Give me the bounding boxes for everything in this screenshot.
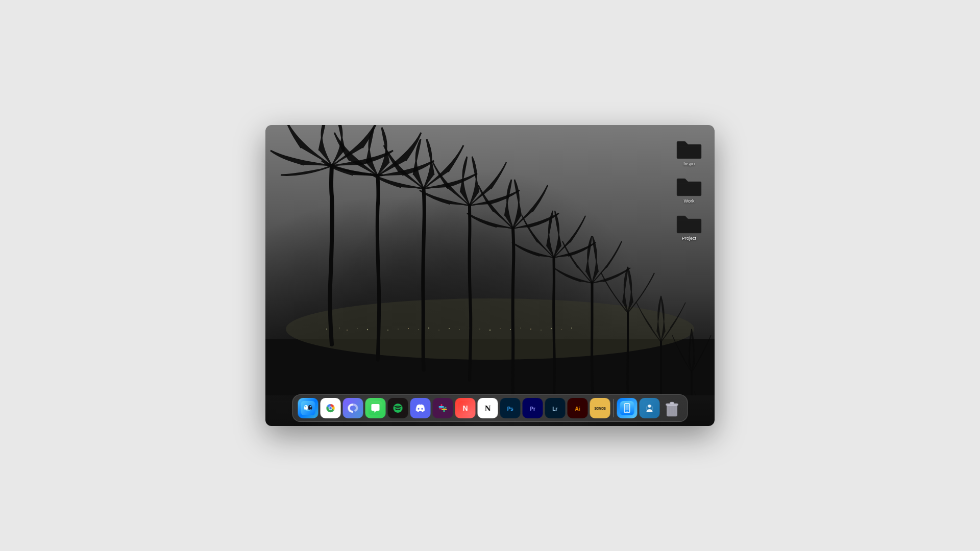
folder-work-icon	[676, 174, 702, 197]
dock-chrome[interactable]	[321, 398, 341, 418]
svg-text:SONOS: SONOS	[595, 407, 606, 410]
dock-premiere[interactable]: Pr	[523, 398, 543, 418]
svg-point-29	[308, 405, 312, 410]
svg-rect-69	[626, 405, 629, 410]
svg-point-21	[520, 328, 521, 329]
svg-text:Ai: Ai	[575, 406, 580, 412]
svg-point-51	[442, 409, 443, 410]
svg-point-25	[561, 329, 562, 330]
svg-text:Pr: Pr	[530, 406, 535, 412]
dock-messages[interactable]	[365, 398, 386, 418]
svg-point-9	[398, 329, 399, 330]
svg-point-40	[394, 404, 403, 413]
folder-inspo[interactable]: Inspo	[674, 135, 704, 168]
svg-point-18	[489, 330, 491, 331]
dock-proxyman[interactable]	[640, 398, 660, 418]
dock-photoshop[interactable]: Ps	[500, 398, 521, 418]
dock-separator	[614, 399, 614, 417]
svg-point-4	[347, 330, 348, 331]
svg-point-23	[541, 330, 542, 331]
svg-point-30	[305, 406, 306, 408]
dock-simulator[interactable]	[617, 398, 638, 418]
dock-lightroom[interactable]: Lr	[545, 398, 566, 418]
svg-point-2	[326, 329, 327, 330]
dock-slack[interactable]	[433, 398, 453, 418]
svg-point-28	[304, 405, 308, 410]
svg-point-20	[510, 329, 511, 330]
svg-point-68	[627, 411, 628, 412]
svg-point-5	[357, 328, 358, 329]
svg-point-14	[449, 328, 450, 329]
svg-point-22	[530, 329, 531, 330]
svg-point-19	[500, 328, 501, 329]
palm-trees	[265, 125, 715, 395]
dock-trash[interactable]	[662, 398, 682, 418]
dock-spotify[interactable]	[388, 398, 408, 418]
dock: N N Ps Pr Lr	[292, 394, 688, 422]
svg-point-11	[418, 329, 419, 330]
svg-rect-75	[670, 402, 674, 404]
svg-point-6	[367, 329, 368, 330]
dock-finder[interactable]	[298, 398, 318, 418]
svg-text:N: N	[462, 404, 468, 412]
svg-point-13	[438, 330, 439, 331]
svg-point-47	[443, 406, 444, 408]
svg-point-17	[479, 329, 480, 330]
svg-point-1	[286, 298, 694, 360]
dock-notion[interactable]: N	[478, 398, 498, 418]
folder-inspo-icon	[676, 137, 702, 160]
folder-project-icon	[676, 212, 702, 234]
dock-illustrator[interactable]: Ai	[568, 398, 588, 418]
svg-point-8	[387, 330, 388, 331]
mac-screen: Inspo Work Project	[265, 125, 715, 426]
folder-work[interactable]: Work	[674, 172, 704, 206]
folder-inspo-label: Inspo	[683, 161, 695, 166]
desktop-folders: Inspo Work Project	[674, 135, 704, 243]
svg-rect-42	[436, 401, 450, 415]
folder-project-label: Project	[682, 236, 696, 241]
folder-work-label: Work	[684, 198, 695, 204]
dock-arc[interactable]	[343, 398, 363, 418]
svg-point-31	[310, 406, 311, 408]
svg-point-24	[551, 328, 552, 329]
svg-point-26	[571, 328, 572, 329]
dock-news[interactable]: N	[455, 398, 476, 418]
folder-project[interactable]: Project	[674, 210, 704, 243]
svg-point-45	[439, 408, 441, 410]
svg-point-15	[459, 329, 460, 330]
svg-text:Ps: Ps	[507, 406, 513, 412]
svg-point-49	[445, 407, 447, 409]
svg-point-12	[428, 328, 429, 329]
svg-text:Lr: Lr	[553, 406, 558, 412]
svg-text:N: N	[485, 404, 491, 413]
dock-discord[interactable]	[410, 398, 431, 418]
svg-rect-70	[643, 401, 657, 415]
svg-point-36	[329, 407, 332, 410]
svg-point-3	[339, 328, 340, 329]
svg-point-10	[408, 328, 409, 329]
dock-sonos[interactable]: SONOS	[590, 398, 610, 418]
